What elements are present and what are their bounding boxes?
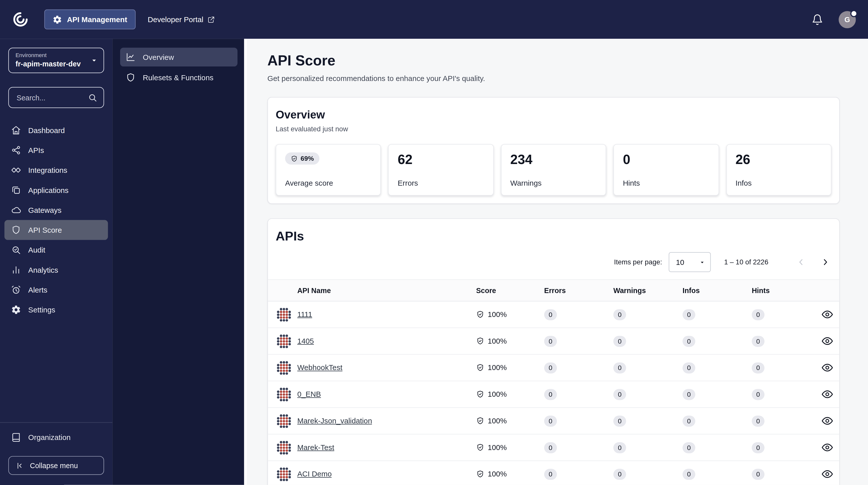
view-details-button[interactable] [818, 359, 836, 376]
view-details-button[interactable] [818, 332, 836, 350]
collapse-menu-label: Collapse menu [30, 462, 78, 470]
stat-warnings: 234 Warnings [501, 144, 606, 196]
sidebar-item-label: Audit [28, 246, 45, 254]
shield-check-icon [476, 443, 484, 452]
eye-icon [821, 309, 833, 320]
previous-page-button[interactable] [793, 254, 809, 270]
sidebar-item-gateways[interactable]: Gateways [4, 200, 108, 220]
home-icon [11, 125, 21, 135]
book-icon [11, 432, 21, 443]
developer-portal-link[interactable]: Developer Portal [148, 15, 215, 24]
sidebar-item-dashboard[interactable]: Dashboard [4, 120, 108, 140]
api-name-link[interactable]: 0_ENB [297, 390, 321, 398]
environment-selector[interactable]: Environment fr-apim-master-dev [8, 48, 104, 73]
table-row: WebhookTest 100% 0 0 0 0 [268, 354, 839, 381]
sidebar-item-label: Organization [28, 433, 71, 441]
api-management-switcher[interactable]: API Management [44, 9, 135, 29]
warnings-count-badge: 0 [614, 468, 626, 480]
api-name-link[interactable]: 1405 [297, 337, 314, 345]
table-header-row: API Name Score Errors Warnings Infos Hin… [268, 280, 839, 301]
api-name-link[interactable]: Marek-Json_validation [297, 417, 372, 425]
column-header-warnings: Warnings [610, 280, 679, 301]
hints-count-badge: 0 [752, 442, 765, 453]
user-avatar[interactable]: G [839, 11, 856, 28]
sidebar-item-alerts[interactable]: Alerts [4, 280, 108, 299]
warnings-count-badge: 0 [614, 362, 626, 373]
infos-count-badge: 0 [683, 362, 695, 373]
overview-card: Overview Last evaluated just now 69% Ave… [268, 97, 840, 204]
warnings-count-badge: 0 [614, 336, 626, 347]
sidebar-item-audit[interactable]: Audit [4, 240, 108, 260]
items-per-page-value: 10 [676, 258, 684, 266]
subnav-item-rulesets-functions[interactable]: Rulesets & Functions [120, 68, 238, 87]
api-name-link[interactable]: 1111 [297, 310, 312, 319]
eye-icon [821, 415, 833, 427]
sidebar-item-applications[interactable]: Applications [4, 180, 108, 200]
view-details-button[interactable] [818, 412, 836, 430]
collapse-menu-button[interactable]: Collapse menu [8, 456, 104, 475]
column-header-infos: Infos [679, 280, 748, 301]
chevron-left-icon [796, 257, 806, 267]
infos-count-badge: 0 [683, 415, 695, 426]
hints-count-badge: 0 [752, 415, 765, 426]
eye-icon [821, 468, 833, 480]
errors-count-badge: 0 [544, 415, 557, 426]
gravitee-logo[interactable] [12, 11, 29, 28]
warnings-count-badge: 0 [614, 389, 626, 400]
shield-check-icon [476, 470, 484, 478]
page-subtitle: Get personalized recommendations to enha… [268, 74, 840, 83]
table-row: 1111 100% 0 0 0 0 [268, 301, 839, 328]
average-score-value: 69% [301, 155, 314, 163]
table-row: Marek-Test 100% 0 0 0 0 [268, 434, 839, 461]
sidebar-item-label: API Score [28, 226, 62, 234]
eye-icon [821, 335, 833, 347]
subnav-item-overview[interactable]: Overview [120, 48, 238, 66]
score-value: 100% [488, 390, 507, 398]
sidebar-item-settings[interactable]: Settings [4, 300, 108, 320]
errors-count-badge: 0 [544, 442, 557, 453]
sidebar-item-api-score[interactable]: API Score [4, 220, 108, 240]
developer-portal-label: Developer Portal [148, 15, 204, 24]
view-details-button[interactable] [818, 439, 836, 456]
eye-icon [821, 389, 833, 400]
errors-count-badge: 0 [544, 362, 557, 373]
score-value: 100% [488, 337, 507, 345]
stat-infos: 26 Infos [726, 144, 831, 196]
main-content: API Score Get personalized recommendatio… [247, 39, 868, 485]
score-value: 100% [488, 417, 507, 425]
items-per-page-select[interactable]: 10 [669, 252, 711, 272]
cloud-icon [11, 205, 21, 215]
sidebar-item-organization[interactable]: Organization [4, 427, 108, 447]
api-name-link[interactable]: ACI Demo [297, 470, 332, 478]
stats-row: 69% Average score 62 Errors 234 Warnings… [276, 144, 832, 196]
table-row: 1405 100% 0 0 0 0 [268, 328, 839, 354]
stat-label: Errors [398, 179, 485, 188]
search-input[interactable] [16, 93, 88, 102]
sidebar-item-apis[interactable]: APIs [4, 140, 108, 160]
sidebar-item-integrations[interactable]: Integrations [4, 160, 108, 180]
sidebar-item-analytics[interactable]: Analytics [4, 260, 108, 280]
chevron-down-icon [699, 259, 705, 265]
notifications-button[interactable] [811, 13, 823, 25]
hints-count-badge: 0 [752, 309, 765, 320]
sidebar-item-label: Dashboard [28, 126, 65, 134]
stat-label: Warnings [510, 179, 597, 188]
app-window: API Management Developer Portal G Enviro… [0, 0, 868, 485]
hints-count-badge: 0 [752, 468, 765, 480]
view-details-button[interactable] [818, 306, 836, 323]
view-details-button[interactable] [818, 465, 836, 483]
audit-search-icon [11, 245, 21, 255]
stat-label: Average score [285, 179, 372, 188]
errors-count-badge: 0 [544, 336, 557, 347]
sidebar-item-label: Integrations [28, 166, 67, 174]
api-name-link[interactable]: WebhookTest [297, 364, 343, 372]
subnav-item-label: Rulesets & Functions [143, 74, 213, 82]
overview-card-title: Overview [276, 109, 832, 121]
stat-value: 234 [510, 152, 597, 167]
next-page-button[interactable] [817, 254, 834, 270]
api-name-link[interactable]: Marek-Test [297, 443, 334, 452]
view-details-button[interactable] [818, 386, 836, 403]
collapse-panel-icon [16, 462, 24, 470]
eye-icon [821, 442, 833, 453]
score-value: 100% [488, 470, 507, 478]
